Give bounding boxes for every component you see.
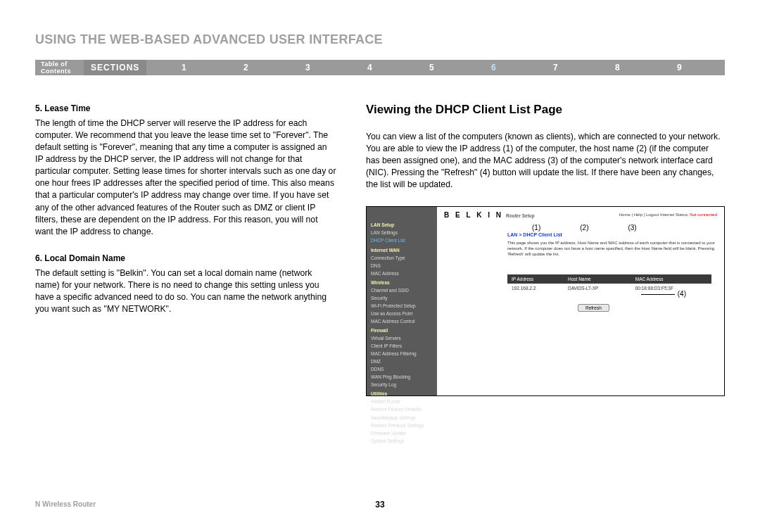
sidebar-item[interactable]: MAC Address	[371, 270, 433, 277]
section-2[interactable]: 2	[221, 63, 270, 72]
sidebar-item[interactable]: Wi-Fi Protected Setup	[371, 302, 433, 310]
router-sidebar: LAN Setup LAN Settings DHCP Client List …	[367, 207, 437, 395]
sidebar-group-utilities: Utilities	[371, 390, 433, 398]
local-domain-heading: 6. Local Domain Name	[35, 253, 336, 263]
callout-4-line	[641, 294, 675, 295]
content-columns: 5. Lease Time The length of time the DHC…	[35, 103, 725, 396]
sidebar-group-wireless: Wireless	[371, 279, 433, 286]
footer-product: N Wireless Router	[35, 500, 96, 508]
sidebar-group-firewall: Firewall	[371, 327, 433, 334]
right-column: Viewing the DHCP Client List Page You ca…	[366, 103, 725, 396]
sidebar-item[interactable]: Restore Previous Settings	[371, 422, 433, 429]
section-8[interactable]: 8	[593, 63, 642, 72]
left-column: 5. Lease Time The length of time the DHC…	[35, 103, 336, 396]
section-nav: Table of Contents SECTIONS 1 2 3 4 5 6 7…	[35, 60, 725, 75]
right-text: You can view a list of the computers (kn…	[366, 131, 725, 191]
sidebar-item[interactable]: Restore Factory Defaults	[371, 405, 433, 413]
section-10[interactable]: 10	[716, 63, 760, 72]
sidebar-item[interactable]: Channel and SSID	[371, 286, 433, 294]
sidebar-item[interactable]: Client IP Filters	[371, 342, 433, 350]
sidebar-item[interactable]: Save/Backup Settings	[371, 414, 433, 422]
sidebar-item[interactable]: Security Log	[371, 381, 433, 388]
table-header-row: IP Address Host Name MAC Address	[507, 274, 711, 284]
sidebar-item[interactable]: LAN Settings	[371, 229, 433, 236]
sidebar-item[interactable]: WAN Ping Blocking	[371, 373, 433, 381]
cell-mac: 00:18:88:D3:F5:3F	[631, 284, 711, 293]
callout-4: (4)	[678, 290, 686, 298]
belkin-logo: B E L K I N	[444, 211, 503, 219]
lease-time-heading: 5. Lease Time	[35, 103, 336, 113]
sidebar-item-selected[interactable]: DHCP Client List	[371, 236, 433, 244]
callout-2: (2)	[580, 224, 588, 232]
sidebar-group-lan: LAN Setup	[371, 221, 433, 229]
th-mac: MAC Address	[631, 274, 711, 284]
callouts-row: (1) (2) (3)	[532, 224, 637, 232]
callout-3: (3)	[628, 224, 636, 232]
sidebar-item[interactable]: MAC Address Filtering	[371, 350, 433, 357]
page-number: 33	[375, 500, 384, 509]
sections-label: SECTIONS	[84, 60, 146, 75]
toc-link[interactable]: Table of Contents	[41, 61, 71, 75]
router-main: B E L K I N Router Setup Home | Help | L…	[437, 207, 724, 395]
top-links[interactable]: Home | Help | Logout Internet Status: No…	[619, 213, 717, 217]
th-ip: IP Address	[507, 274, 564, 284]
section-3[interactable]: 3	[283, 63, 332, 72]
sidebar-item[interactable]: Connection Type	[371, 254, 433, 262]
sidebar-item[interactable]: Restart Router	[371, 398, 433, 405]
section-5[interactable]: 5	[407, 63, 456, 72]
sidebar-item[interactable]: MAC Address Control	[371, 317, 433, 325]
router-screenshot: LAN Setup LAN Settings DHCP Client List …	[366, 206, 725, 396]
page-footer: N Wireless Router 33	[35, 500, 725, 508]
section-1[interactable]: 1	[159, 63, 208, 72]
top-links-text[interactable]: Home | Help | Logout Internet Status:	[619, 213, 689, 217]
breadcrumb: LAN > DHCP Client List	[507, 232, 562, 237]
local-domain-text: The default setting is "Belkin". You can…	[35, 267, 336, 315]
refresh-button[interactable]: Refresh	[578, 304, 609, 312]
right-title: Viewing the DHCP Client List Page	[366, 103, 725, 117]
sidebar-item[interactable]: Firmware Update	[371, 429, 433, 437]
callout-1: (1)	[532, 224, 540, 232]
section-9[interactable]: 9	[654, 63, 704, 72]
sidebar-item[interactable]: Virtual Servers	[371, 334, 433, 342]
section-4[interactable]: 4	[345, 63, 394, 72]
sidebar-item[interactable]: Use as Access Point	[371, 310, 433, 317]
section-6[interactable]: 6	[469, 63, 518, 72]
sidebar-item[interactable]: DDNS	[371, 365, 433, 373]
cell-host: DAVIDS-LT-XP	[564, 284, 631, 293]
sidebar-item[interactable]: DMZ	[371, 357, 433, 365]
page-description: This page shows you the IP address, Host…	[507, 241, 717, 257]
cell-ip: 192.168.2.2	[507, 284, 564, 293]
internet-status: Not connected	[690, 213, 717, 217]
sidebar-group-wan: Internet WAN	[371, 246, 433, 254]
router-setup-label: Router Setup	[506, 213, 535, 218]
page-title: USING THE WEB-BASED ADVANCED USER INTERF…	[35, 32, 725, 47]
sidebar-item[interactable]: System Settings	[371, 437, 433, 445]
sidebar-item[interactable]: DNS	[371, 262, 433, 270]
section-7[interactable]: 7	[531, 63, 580, 72]
th-host: Host Name	[564, 274, 631, 284]
lease-time-text: The length of time the DHCP server will …	[35, 118, 336, 238]
sidebar-item[interactable]: Security	[371, 294, 433, 302]
